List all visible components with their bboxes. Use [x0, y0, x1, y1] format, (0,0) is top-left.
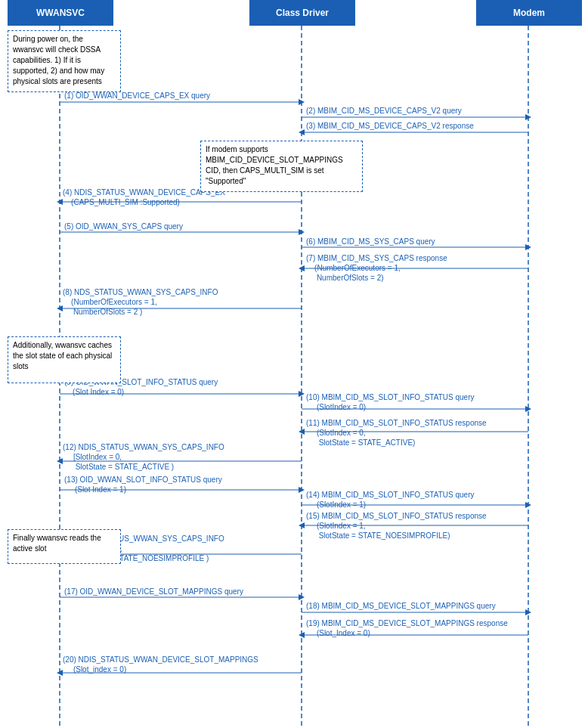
lane-header-classdriver: Class Driver: [249, 0, 355, 26]
msg-label-18: (18) MBIM_CID_MS_DEVICE_SLOT_MAPPINGS qu…: [306, 601, 496, 611]
lane-label-classdriver: Class Driver: [276, 8, 329, 18]
note-capsMultiSim: If modem supports MBIM_CID_DEVICE_SLOT_M…: [200, 141, 363, 192]
msg-label-12: (12) NDIS_STATUS_WWAN_SYS_CAPS_INFO [Slo…: [63, 442, 224, 472]
msg-label-6: (6) MBIM_CID_MS_SYS_CAPS query: [306, 237, 435, 246]
lane-header-modem: Modem: [476, 0, 582, 26]
msg-label-3: (3) MBIM_CID_MS_DEVICE_CAPS_V2 response: [306, 121, 474, 131]
msg-label-14: (14) MBIM_CID_MS_SLOT_INFO_STATUS query …: [306, 490, 474, 510]
msg-label-8: (8) NDS_STATUS_WWAN_SYS_CAPS_INFO (Numbe…: [63, 287, 218, 317]
msg-label-7: (7) MBIM_CID_MS_SYS_CAPS response (Numbe…: [306, 253, 447, 283]
lane-label-modem: Modem: [513, 8, 545, 18]
sequence-diagram: WWANSVC Class Driver Modem: [0, 0, 588, 728]
msg-label-2: (2) MBIM_CID_MS_DEVICE_CAPS_V2 query: [306, 106, 462, 116]
lane-label-wwansvc: WWANSVC: [36, 8, 85, 18]
msg-label-19: (19) MBIM_CID_MS_DEVICE_SLOT_MAPPINGS re…: [306, 618, 508, 638]
msg-label-15: (15) MBIM_CID_MS_SLOT_INFO_STATUS respon…: [306, 511, 487, 541]
msg-label-13: (13) OID_WWAN_SLOT_INFO_STATUS query (Sl…: [64, 475, 222, 494]
lane-header-wwansvc: WWANSVC: [8, 0, 113, 26]
msg-label-20: (20) NDIS_STATUS_WWAN_DEVICE_SLOT_MAPPIN…: [63, 655, 258, 674]
msg-label-5: (5) OID_WWAN_SYS_CAPS query: [64, 221, 183, 231]
msg-label-11: (11) MBIM_CID_MS_SLOT_INFO_STATUS respon…: [306, 418, 487, 448]
note-cache-slots: Additionally, wwansvc caches the slot st…: [8, 336, 121, 383]
note-active-slot: Finally wwansvc reads the active slot: [8, 529, 121, 564]
msg-label-10: (10) MBIM_CID_MS_SLOT_INFO_STATUS query …: [306, 392, 474, 412]
note-poweron: During power on, the wwansvc will check …: [8, 30, 121, 92]
msg-label-17: (17) OID_WWAN_DEVICE_SLOT_MAPPINGS query: [64, 587, 243, 596]
